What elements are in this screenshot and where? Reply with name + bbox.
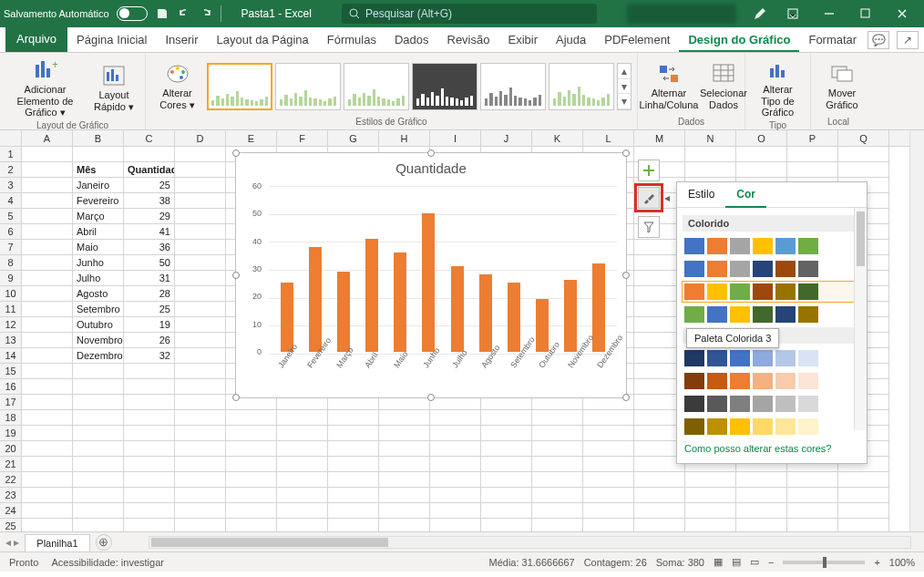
cell[interactable] xyxy=(226,410,277,426)
row-header[interactable]: 24 xyxy=(0,503,21,519)
color-palette-row[interactable] xyxy=(683,371,861,391)
chart-plot-area[interactable] xyxy=(269,186,617,352)
cell[interactable] xyxy=(73,441,124,457)
cell[interactable] xyxy=(175,178,226,193)
cell[interactable] xyxy=(73,472,124,488)
cell[interactable] xyxy=(226,503,277,519)
cell[interactable] xyxy=(124,364,175,379)
cell[interactable] xyxy=(175,364,226,379)
color-palette-row[interactable] xyxy=(683,282,861,302)
cell[interactable] xyxy=(328,457,379,472)
row-header[interactable]: 5 xyxy=(0,209,21,224)
cell[interactable] xyxy=(787,519,838,531)
cell[interactable] xyxy=(379,410,430,426)
move-chart-button[interactable]: Mover Gráfico xyxy=(816,60,868,112)
row-header[interactable]: 23 xyxy=(0,488,21,503)
panel-scrollbar[interactable] xyxy=(854,208,867,430)
chart-object[interactable]: Quantidade 0102030405060 JaneiroFevereir… xyxy=(235,152,627,398)
cell[interactable] xyxy=(583,503,634,519)
cell[interactable] xyxy=(634,503,685,519)
tab-pdf[interactable]: PDFelement xyxy=(595,27,679,52)
cell[interactable] xyxy=(22,209,73,224)
cell[interactable] xyxy=(328,488,379,503)
cell[interactable]: 25 xyxy=(124,302,175,317)
column-header[interactable]: O xyxy=(736,130,787,146)
cell[interactable] xyxy=(73,395,124,410)
row-header[interactable]: 3 xyxy=(0,178,21,193)
cell[interactable]: Novembro xyxy=(73,333,124,348)
style-gallery-more[interactable]: ▴▾▾ xyxy=(617,63,631,110)
cell[interactable] xyxy=(124,147,175,162)
cell[interactable] xyxy=(73,426,124,441)
cell[interactable] xyxy=(277,519,328,531)
cell[interactable] xyxy=(277,441,328,457)
cell[interactable]: Mês xyxy=(73,162,124,178)
cell[interactable] xyxy=(583,426,634,441)
chart-filters-button[interactable] xyxy=(638,216,660,238)
cell[interactable] xyxy=(226,472,277,488)
cell[interactable] xyxy=(583,472,634,488)
cell[interactable] xyxy=(838,503,889,519)
cell[interactable] xyxy=(430,441,481,457)
change-chart-type-button[interactable]: Alterar Tipo de Gráfico xyxy=(751,57,805,120)
cell[interactable]: 41 xyxy=(124,224,175,240)
cell[interactable] xyxy=(838,519,889,531)
column-header[interactable]: E xyxy=(226,130,277,146)
cell[interactable] xyxy=(175,441,226,457)
cell[interactable]: Junho xyxy=(73,255,124,271)
cell[interactable] xyxy=(379,503,430,519)
cell[interactable] xyxy=(22,426,73,441)
column-header[interactable]: N xyxy=(685,130,736,146)
cell[interactable]: Maio xyxy=(73,240,124,255)
panel-tab-style[interactable]: Estilo xyxy=(677,182,725,207)
view-normal-icon[interactable]: ▦ xyxy=(714,556,723,568)
cell[interactable] xyxy=(73,147,124,162)
quick-layout-button[interactable]: Layout Rápido ▾ xyxy=(88,62,139,114)
cell[interactable] xyxy=(22,457,73,472)
row-header[interactable]: 15 xyxy=(0,364,21,379)
cell[interactable]: Dezembro xyxy=(73,348,124,364)
cell[interactable] xyxy=(379,457,430,472)
cell[interactable] xyxy=(583,410,634,426)
cell[interactable] xyxy=(328,410,379,426)
cell[interactable] xyxy=(22,240,73,255)
tab-insert[interactable]: Inserir xyxy=(156,27,207,52)
column-header[interactable]: K xyxy=(532,130,583,146)
cell[interactable] xyxy=(532,488,583,503)
cell[interactable] xyxy=(787,147,838,162)
cell[interactable] xyxy=(787,472,838,488)
cell[interactable] xyxy=(175,286,226,302)
cell[interactable] xyxy=(22,224,73,240)
cell[interactable] xyxy=(838,488,889,503)
cell[interactable] xyxy=(175,333,226,348)
chart-bar[interactable] xyxy=(337,272,350,352)
cell[interactable] xyxy=(124,410,175,426)
cell[interactable] xyxy=(175,147,226,162)
cell[interactable] xyxy=(736,472,787,488)
cell[interactable] xyxy=(22,503,73,519)
cell[interactable]: Outubro xyxy=(73,317,124,333)
chart-style-thumb[interactable] xyxy=(207,63,272,110)
row-header[interactable]: 14 xyxy=(0,348,21,364)
cell[interactable] xyxy=(583,457,634,472)
view-page-break-icon[interactable]: ▭ xyxy=(750,556,759,568)
cell[interactable] xyxy=(22,193,73,209)
cell[interactable] xyxy=(481,426,532,441)
row-header[interactable]: 22 xyxy=(0,472,21,488)
chart-bar[interactable] xyxy=(508,283,520,352)
cell[interactable] xyxy=(175,255,226,271)
cell[interactable] xyxy=(328,426,379,441)
cell[interactable] xyxy=(175,519,226,531)
sheet-nav[interactable]: ◂ ▸ xyxy=(0,536,25,549)
cell[interactable]: Abril xyxy=(73,224,124,240)
cell[interactable]: 25 xyxy=(124,178,175,193)
undo-icon[interactable] xyxy=(177,6,191,21)
chart-styles-gallery[interactable]: ▴▾▾ xyxy=(207,63,631,110)
cell[interactable] xyxy=(175,348,226,364)
cell[interactable] xyxy=(22,302,73,317)
cell[interactable] xyxy=(583,441,634,457)
column-header[interactable]: L xyxy=(583,130,634,146)
tab-format[interactable]: Formatar xyxy=(799,27,866,52)
column-header[interactable]: G xyxy=(328,130,379,146)
cell[interactable]: 26 xyxy=(124,333,175,348)
